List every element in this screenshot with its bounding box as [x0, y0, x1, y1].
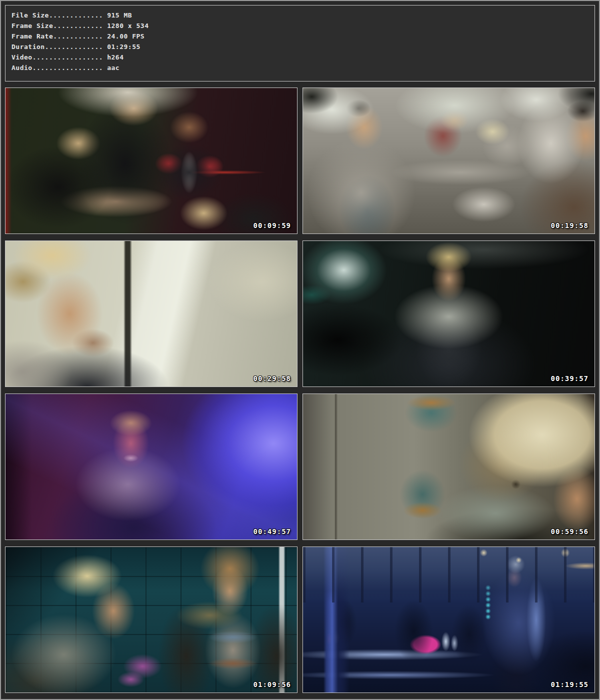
timestamp-overlay: 00:49:57	[254, 528, 291, 536]
info-dots: .................	[32, 54, 104, 61]
scene-art-2	[303, 88, 594, 234]
info-dots: ..............	[45, 43, 104, 50]
info-dots: ............	[53, 22, 103, 30]
scene-art-7	[6, 547, 297, 692]
info-dots: ............	[53, 32, 103, 40]
info-dots: .............	[49, 12, 103, 19]
screenshot-thumb-8: 01:19:55	[302, 546, 595, 693]
info-label: File Size	[12, 12, 49, 19]
screenshot-thumb-3: 00:29:58	[5, 240, 298, 387]
info-value: 01:29:55	[103, 43, 140, 50]
timestamp-overlay: 00:19:58	[551, 222, 588, 230]
timestamp-overlay: 00:39:57	[551, 374, 588, 382]
scene-art-5	[6, 394, 297, 540]
screenshot-thumb-5: 00:49:57	[5, 394, 298, 540]
screenshot-thumb-7: 01:09:56	[5, 546, 298, 693]
info-value: 1280 x 534	[103, 22, 148, 30]
info-line-file-size: File Size.............915 MB	[12, 10, 594, 20]
info-line-video: Video.................h264	[12, 52, 594, 62]
screenshot-thumb-6: 00:59:56	[302, 394, 595, 540]
info-label: Duration	[12, 43, 45, 50]
scene-art-8	[303, 547, 594, 692]
info-label: Frame Rate	[12, 32, 53, 40]
info-value: aac	[103, 64, 120, 72]
timestamp-overlay: 01:09:56	[254, 680, 291, 688]
info-line-audio: Audio.................aac	[12, 62, 594, 73]
screenshot-thumb-1: 00:09:59	[5, 88, 298, 234]
info-dots: .................	[32, 64, 104, 72]
info-value: 915 MB	[103, 12, 132, 19]
info-line-frame-size: Frame Size............1280 x 534	[12, 20, 594, 31]
video-contact-sheet: File Size.............915 MB Frame Size.…	[0, 0, 600, 700]
scene-art-4	[303, 241, 594, 386]
timestamp-overlay: 00:09:59	[254, 222, 291, 230]
info-line-frame-rate: Frame Rate............24.00 FPS	[12, 31, 594, 42]
scene-art-3	[6, 241, 297, 386]
screenshot-thumb-4: 00:39:57	[302, 240, 595, 387]
info-line-duration: Duration..............01:29:55	[12, 42, 594, 52]
info-label: Frame Size	[12, 22, 53, 30]
screenshot-thumb-2: 00:19:58	[302, 88, 595, 234]
scene-art-6	[303, 394, 594, 540]
timestamp-overlay: 00:59:56	[551, 528, 588, 536]
timestamp-overlay: 01:19:55	[551, 680, 588, 688]
scene-art-1	[6, 88, 297, 234]
timestamp-overlay: 00:29:58	[254, 374, 291, 382]
info-value: h264	[103, 54, 124, 61]
info-label: Video	[12, 54, 32, 61]
file-info-panel: File Size.............915 MB Frame Size.…	[5, 5, 595, 82]
info-label: Audio	[12, 64, 32, 72]
info-value: 24.00 FPS	[103, 32, 144, 40]
